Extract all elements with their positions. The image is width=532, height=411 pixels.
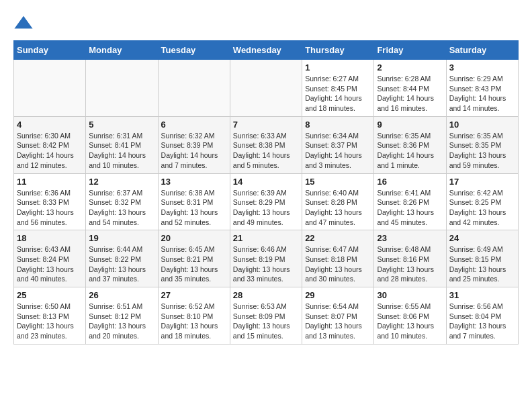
day-info: Sunrise: 6:42 AM Sunset: 8:25 PM Dayligh… <box>449 188 515 228</box>
day-info: Sunrise: 6:41 AM Sunset: 8:26 PM Dayligh… <box>377 188 443 228</box>
day-info: Sunrise: 6:56 AM Sunset: 8:04 PM Dayligh… <box>449 302 515 341</box>
day-number: 7 <box>233 120 299 130</box>
calendar-cell: 9Sunrise: 6:35 AM Sunset: 8:36 PM Daylig… <box>374 116 446 173</box>
day-info: Sunrise: 6:34 AM Sunset: 8:37 PM Dayligh… <box>305 131 371 171</box>
calendar-cell: 14Sunrise: 6:39 AM Sunset: 8:29 PM Dayli… <box>230 173 302 230</box>
calendar-cell: 5Sunrise: 6:31 AM Sunset: 8:41 PM Daylig… <box>86 116 158 173</box>
day-number: 10 <box>449 120 515 130</box>
calendar-cell: 22Sunrise: 6:47 AM Sunset: 8:18 PM Dayli… <box>302 230 374 287</box>
calendar-cell: 25Sunrise: 6:50 AM Sunset: 8:13 PM Dayli… <box>14 287 86 345</box>
calendar-cell: 19Sunrise: 6:44 AM Sunset: 8:22 PM Dayli… <box>86 230 158 287</box>
day-number: 20 <box>161 233 227 243</box>
weekday-header-sunday: Sunday <box>14 41 86 60</box>
day-info: Sunrise: 6:28 AM Sunset: 8:44 PM Dayligh… <box>377 74 443 113</box>
day-number: 6 <box>161 120 227 130</box>
day-number: 25 <box>17 290 83 300</box>
day-number: 4 <box>17 120 83 130</box>
day-number: 8 <box>305 120 371 130</box>
weekday-header-thursday: Thursday <box>302 41 374 60</box>
calendar-cell: 8Sunrise: 6:34 AM Sunset: 8:37 PM Daylig… <box>302 116 374 173</box>
calendar-cell: 1Sunrise: 6:27 AM Sunset: 8:45 PM Daylig… <box>302 60 374 117</box>
day-number: 29 <box>305 290 371 300</box>
weekday-header-saturday: Saturday <box>446 41 518 60</box>
day-info: Sunrise: 6:45 AM Sunset: 8:21 PM Dayligh… <box>161 244 227 284</box>
day-info: Sunrise: 6:43 AM Sunset: 8:24 PM Dayligh… <box>17 244 83 284</box>
calendar-week-2: 4Sunrise: 6:30 AM Sunset: 8:42 PM Daylig… <box>14 116 519 173</box>
day-number: 31 <box>449 290 515 300</box>
calendar-cell: 17Sunrise: 6:42 AM Sunset: 8:25 PM Dayli… <box>446 173 518 230</box>
logo <box>13 13 36 34</box>
calendar-cell: 2Sunrise: 6:28 AM Sunset: 8:44 PM Daylig… <box>374 60 446 117</box>
day-info: Sunrise: 6:38 AM Sunset: 8:31 PM Dayligh… <box>161 188 227 228</box>
day-number: 3 <box>449 62 515 73</box>
calendar-cell: 3Sunrise: 6:29 AM Sunset: 8:43 PM Daylig… <box>446 60 518 117</box>
weekday-header-friday: Friday <box>374 41 446 60</box>
svg-marker-0 <box>15 16 33 29</box>
calendar-cell: 15Sunrise: 6:40 AM Sunset: 8:28 PM Dayli… <box>302 173 374 230</box>
day-info: Sunrise: 6:52 AM Sunset: 8:10 PM Dayligh… <box>161 302 227 341</box>
day-info: Sunrise: 6:35 AM Sunset: 8:36 PM Dayligh… <box>377 131 443 171</box>
calendar-cell: 16Sunrise: 6:41 AM Sunset: 8:26 PM Dayli… <box>374 173 446 230</box>
day-number: 18 <box>17 233 83 243</box>
day-number: 16 <box>377 177 443 187</box>
calendar-cell: 13Sunrise: 6:38 AM Sunset: 8:31 PM Dayli… <box>158 173 230 230</box>
calendar-cell <box>14 60 86 117</box>
day-info: Sunrise: 6:49 AM Sunset: 8:15 PM Dayligh… <box>449 244 515 284</box>
day-info: Sunrise: 6:39 AM Sunset: 8:29 PM Dayligh… <box>233 188 299 228</box>
calendar-cell: 24Sunrise: 6:49 AM Sunset: 8:15 PM Dayli… <box>446 230 518 287</box>
day-number: 30 <box>377 290 443 300</box>
day-info: Sunrise: 6:44 AM Sunset: 8:22 PM Dayligh… <box>89 244 154 284</box>
weekday-header-monday: Monday <box>86 41 158 60</box>
calendar-cell: 31Sunrise: 6:56 AM Sunset: 8:04 PM Dayli… <box>446 287 518 345</box>
weekday-header-tuesday: Tuesday <box>158 41 230 60</box>
calendar-cell: 11Sunrise: 6:36 AM Sunset: 8:33 PM Dayli… <box>14 173 86 230</box>
weekday-header-wednesday: Wednesday <box>230 41 302 60</box>
calendar-week-3: 11Sunrise: 6:36 AM Sunset: 8:33 PM Dayli… <box>14 173 519 230</box>
day-info: Sunrise: 6:33 AM Sunset: 8:38 PM Dayligh… <box>233 131 299 171</box>
day-info: Sunrise: 6:51 AM Sunset: 8:12 PM Dayligh… <box>89 302 154 341</box>
calendar-cell <box>230 60 302 117</box>
day-info: Sunrise: 6:27 AM Sunset: 8:45 PM Dayligh… <box>305 74 371 113</box>
day-number: 19 <box>89 233 154 243</box>
calendar-cell: 18Sunrise: 6:43 AM Sunset: 8:24 PM Dayli… <box>14 230 86 287</box>
calendar-week-4: 18Sunrise: 6:43 AM Sunset: 8:24 PM Dayli… <box>14 230 519 287</box>
day-number: 22 <box>305 233 371 243</box>
day-number: 21 <box>233 233 299 243</box>
calendar-cell: 28Sunrise: 6:53 AM Sunset: 8:09 PM Dayli… <box>230 287 302 345</box>
day-number: 11 <box>17 177 83 187</box>
calendar-cell: 10Sunrise: 6:35 AM Sunset: 8:35 PM Dayli… <box>446 116 518 173</box>
calendar-cell <box>158 60 230 117</box>
day-number: 15 <box>305 177 371 187</box>
weekday-header-row: SundayMondayTuesdayWednesdayThursdayFrid… <box>14 41 519 60</box>
day-number: 26 <box>89 290 154 300</box>
logo-icon <box>13 13 34 34</box>
day-number: 12 <box>89 177 154 187</box>
day-number: 1 <box>305 62 371 73</box>
calendar-cell: 20Sunrise: 6:45 AM Sunset: 8:21 PM Dayli… <box>158 230 230 287</box>
calendar-cell: 29Sunrise: 6:54 AM Sunset: 8:07 PM Dayli… <box>302 287 374 345</box>
day-number: 27 <box>161 290 227 300</box>
day-number: 17 <box>449 177 515 187</box>
day-info: Sunrise: 6:30 AM Sunset: 8:42 PM Dayligh… <box>17 131 83 171</box>
calendar-cell <box>86 60 158 117</box>
calendar-cell: 26Sunrise: 6:51 AM Sunset: 8:12 PM Dayli… <box>86 287 158 345</box>
day-info: Sunrise: 6:31 AM Sunset: 8:41 PM Dayligh… <box>89 131 154 171</box>
calendar-table: SundayMondayTuesdayWednesdayThursdayFrid… <box>13 40 519 345</box>
day-info: Sunrise: 6:55 AM Sunset: 8:06 PM Dayligh… <box>377 302 443 341</box>
calendar-cell: 21Sunrise: 6:46 AM Sunset: 8:19 PM Dayli… <box>230 230 302 287</box>
day-info: Sunrise: 6:40 AM Sunset: 8:28 PM Dayligh… <box>305 188 371 228</box>
day-info: Sunrise: 6:37 AM Sunset: 8:32 PM Dayligh… <box>89 188 154 228</box>
day-info: Sunrise: 6:54 AM Sunset: 8:07 PM Dayligh… <box>305 302 371 341</box>
calendar-week-1: 1Sunrise: 6:27 AM Sunset: 8:45 PM Daylig… <box>14 60 519 117</box>
day-info: Sunrise: 6:36 AM Sunset: 8:33 PM Dayligh… <box>17 188 83 228</box>
day-info: Sunrise: 6:47 AM Sunset: 8:18 PM Dayligh… <box>305 244 371 284</box>
calendar-cell: 6Sunrise: 6:32 AM Sunset: 8:39 PM Daylig… <box>158 116 230 173</box>
calendar-cell: 4Sunrise: 6:30 AM Sunset: 8:42 PM Daylig… <box>14 116 86 173</box>
calendar-cell: 7Sunrise: 6:33 AM Sunset: 8:38 PM Daylig… <box>230 116 302 173</box>
day-number: 2 <box>377 62 443 73</box>
day-number: 9 <box>377 120 443 130</box>
day-info: Sunrise: 6:29 AM Sunset: 8:43 PM Dayligh… <box>449 74 515 113</box>
day-info: Sunrise: 6:53 AM Sunset: 8:09 PM Dayligh… <box>233 302 299 341</box>
day-info: Sunrise: 6:46 AM Sunset: 8:19 PM Dayligh… <box>233 244 299 284</box>
day-number: 5 <box>89 120 154 130</box>
